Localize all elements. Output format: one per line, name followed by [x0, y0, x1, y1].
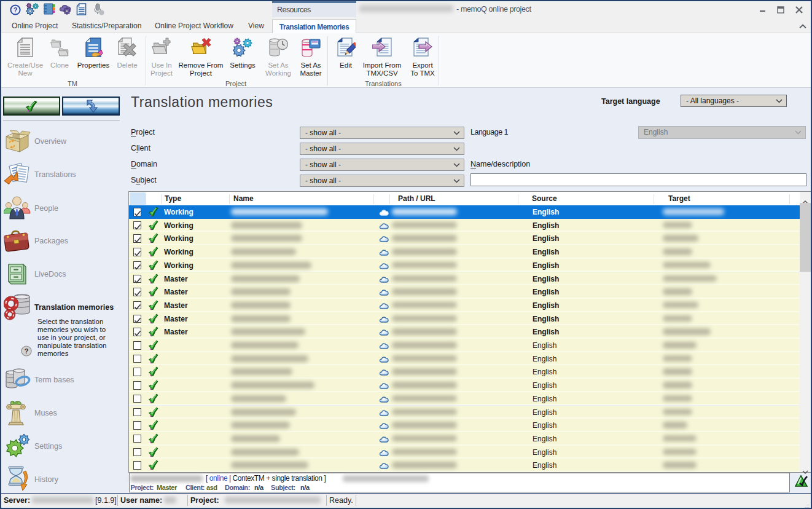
svg-text:?: ? — [14, 6, 18, 14]
svg-text:?: ? — [24, 347, 28, 355]
